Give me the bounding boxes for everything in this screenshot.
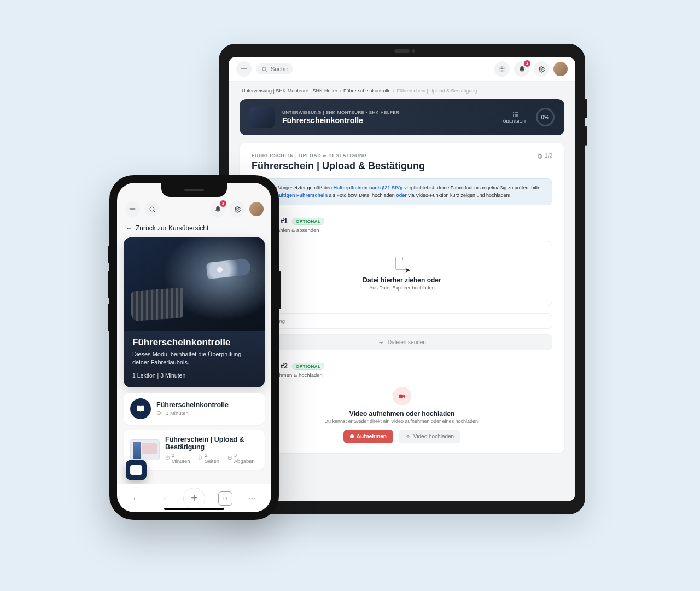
book-icon xyxy=(130,398,151,419)
file-dropzone[interactable]: ➤ Datei hierher ziehen oder Aus Datei-Ex… xyxy=(252,241,552,306)
video-icon xyxy=(393,387,411,405)
svg-point-14 xyxy=(540,68,542,69)
optional-chip: OPTIONAL xyxy=(292,218,324,225)
svg-point-13 xyxy=(504,71,505,72)
task-header-1: Tätigkeit #1 OPTIONAL xyxy=(252,217,552,225)
send-files-button[interactable]: Dateien senden xyxy=(252,334,552,350)
display-hint-row[interactable]: Darstellung xyxy=(252,313,552,329)
settings-button[interactable] xyxy=(230,201,245,217)
task-subtitle: Video aufnehmen & hochladen xyxy=(252,372,552,378)
menu-button[interactable] xyxy=(236,61,252,77)
arrow-left-icon: ← xyxy=(126,224,132,232)
course-card-desc: Dieses Modul beinhaltet die Überprüfung … xyxy=(132,350,256,367)
record-button[interactable]: Aufnehmen xyxy=(343,430,393,443)
svg-point-8 xyxy=(500,68,501,69)
breadcrumb-item-current: Führerschein | Upload & Bestätigung xyxy=(396,88,477,94)
apps-button[interactable] xyxy=(494,61,510,77)
nav-more[interactable]: ⋯ xyxy=(245,493,259,503)
info-callout: Da dein Vorgesetzter gemäß den Halterpfl… xyxy=(252,178,552,205)
nav-new-tab[interactable]: + xyxy=(183,488,205,509)
optional-chip: OPTIONAL xyxy=(292,363,324,370)
tablet-camera xyxy=(394,49,410,53)
tablet-body: Unterweisung | SHK-Monteure · SHK-Helfer… xyxy=(229,82,575,501)
notification-badge: 1 xyxy=(220,200,226,207)
lesson-list-item[interactable]: Führerscheinkontrolle 3 Minuten xyxy=(124,393,265,425)
svg-line-28 xyxy=(154,211,155,212)
course-thumbnail xyxy=(249,107,275,128)
svg-point-19 xyxy=(513,114,514,114)
course-eyebrow: UNTERWEISUNG | SHK-MONTEURE · SHK-HELFER xyxy=(282,110,399,115)
lesson-eyebrow: FÜHRERSCHEIN | UPLOAD & BESTÄTIGUNG xyxy=(252,153,552,158)
search-button[interactable] xyxy=(144,201,160,217)
svg-rect-32 xyxy=(199,456,201,459)
search-input[interactable]: Suche xyxy=(256,63,293,74)
nav-back[interactable]: ← xyxy=(129,494,143,503)
svg-point-3 xyxy=(262,67,266,70)
file-drop-icon: ➤ xyxy=(395,257,409,272)
tablet-volume-up xyxy=(585,99,587,118)
notifications-button[interactable]: 1 xyxy=(210,201,225,217)
browser-bottom-bar: ← → + 11 ⋯ xyxy=(117,484,271,512)
svg-point-6 xyxy=(501,67,503,68)
course-title: Führerscheinkontrolle xyxy=(282,116,399,125)
menu-button[interactable] xyxy=(125,201,140,217)
phone-screen: 1 ← Zurück zur Kursübersicht Führerschei… xyxy=(117,183,271,512)
course-hero: UNTERWEISUNG | SHK-MONTEURE · SHK-HELFER… xyxy=(240,99,564,135)
callout-link[interactable]: Halterpflichten nach §21 StVg xyxy=(334,185,403,190)
grid-icon xyxy=(499,66,505,72)
svg-rect-23 xyxy=(399,395,403,398)
home-indicator xyxy=(164,508,224,510)
clock-icon xyxy=(165,455,170,460)
pages-icon xyxy=(198,455,203,460)
course-card[interactable]: Führerscheinkontrolle Dieses Modul beinh… xyxy=(124,237,265,387)
svg-point-9 xyxy=(501,68,503,69)
nav-forward[interactable]: → xyxy=(156,494,170,503)
back-link[interactable]: ← Zurück zur Kursübersicht xyxy=(117,221,271,237)
menu-icon xyxy=(240,65,248,73)
search-icon xyxy=(149,206,156,213)
video-upload-zone: Video aufnehmen oder hochladen Du kannst… xyxy=(252,387,552,443)
breadcrumb-item[interactable]: Unterweisung | SHK-Monteure · SHK-Helfer xyxy=(242,88,337,94)
progress-ring: 0% xyxy=(536,108,555,126)
notification-badge: 1 xyxy=(524,60,530,67)
svg-point-29 xyxy=(236,208,238,210)
bell-icon xyxy=(518,66,526,73)
task-subtitle: Datei auswählen & absenden xyxy=(252,227,552,233)
avatar[interactable] xyxy=(553,62,568,76)
svg-point-18 xyxy=(513,112,514,113)
svg-point-5 xyxy=(500,67,501,68)
avatar[interactable] xyxy=(249,202,264,216)
callout-link[interactable]: gültigen Führerschein xyxy=(276,193,328,198)
upload-video-button[interactable]: Video hochladen xyxy=(399,430,460,443)
notifications-button[interactable]: 1 xyxy=(514,61,529,77)
course-card-meta: 1 Lektion | 3 Minuten xyxy=(132,372,256,379)
course-card-title: Führerscheinkontrolle xyxy=(132,337,256,348)
send-icon xyxy=(378,339,384,345)
search-placeholder: Suche xyxy=(271,66,288,72)
chat-icon xyxy=(130,465,142,475)
submissions-icon xyxy=(228,455,232,460)
breadcrumb: Unterweisung | SHK-Monteure · SHK-Helfer… xyxy=(240,82,564,99)
pages-icon xyxy=(537,153,542,159)
svg-line-4 xyxy=(266,70,267,71)
nav-tabs[interactable]: 11 xyxy=(218,491,232,506)
tablet-volume-down xyxy=(585,126,587,146)
lesson-card: 1/2 FÜHRERSCHEIN | UPLOAD & BESTÄTIGUNG … xyxy=(240,143,564,453)
license-thumbnail xyxy=(130,439,160,460)
svg-point-27 xyxy=(150,207,154,211)
svg-point-12 xyxy=(501,71,503,72)
course-image xyxy=(124,237,265,331)
chat-fab[interactable] xyxy=(126,460,147,480)
lesson-title: Führerschein | Upload & Bestätigung xyxy=(252,160,552,172)
phone-device: 1 ← Zurück zur Kursübersicht Führerschei… xyxy=(109,175,279,520)
svg-point-11 xyxy=(500,71,501,72)
tablet-screen: Suche 1 Unterweisung | SHK-Monteure · SH… xyxy=(229,57,575,501)
overview-button[interactable]: ÜBERSICHT xyxy=(503,111,528,124)
settings-button[interactable] xyxy=(534,61,549,77)
breadcrumb-item[interactable]: Führerscheinkontrolle xyxy=(343,88,391,94)
gear-icon xyxy=(538,66,545,73)
bell-icon xyxy=(214,206,221,213)
menu-icon xyxy=(129,205,136,213)
svg-point-20 xyxy=(513,115,514,116)
callout-link[interactable]: oder xyxy=(396,193,407,198)
